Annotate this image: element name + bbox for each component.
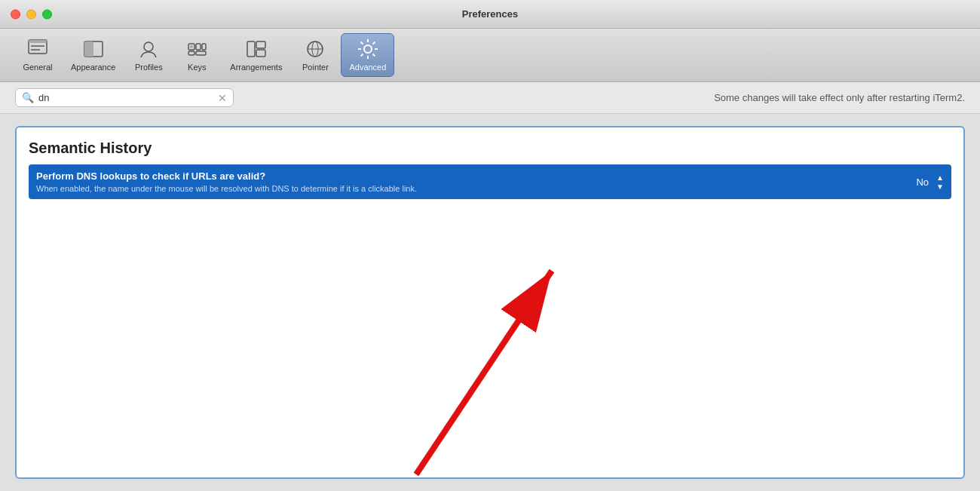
window-controls (11, 9, 52, 19)
search-icon: 🔍 (22, 92, 34, 103)
svg-point-7 (144, 42, 153, 51)
tab-general[interactable]: General (15, 34, 60, 76)
tab-pointer[interactable]: Pointer (292, 34, 338, 76)
pref-row[interactable]: Perform DNS lookups to check if URLs are… (29, 164, 951, 199)
svg-rect-10 (196, 44, 201, 50)
pointer-icon (303, 37, 327, 61)
search-bar: 🔍 ✕ Some changes will take effect only a… (0, 82, 980, 114)
svg-rect-15 (256, 41, 265, 48)
svg-line-30 (416, 271, 552, 474)
search-box[interactable]: 🔍 ✕ (15, 88, 234, 107)
pref-row-stepper[interactable]: ▲ ▼ (936, 173, 944, 191)
main-content: Semantic History Perform DNS lookups to … (0, 114, 980, 491)
pref-row-title: Perform DNS lookups to check if URLs are… (36, 170, 916, 182)
minimize-button[interactable] (26, 9, 36, 19)
tab-pointer-label: Pointer (302, 63, 329, 72)
svg-rect-1 (29, 40, 47, 43)
toolbar: General Appearance Profiles (0, 29, 980, 82)
content-panel: Semantic History Perform DNS lookups to … (15, 126, 965, 479)
profiles-icon (136, 37, 161, 61)
search-input[interactable] (38, 92, 213, 103)
tab-keys-label: Keys (188, 63, 206, 72)
window-title: Preferences (462, 8, 518, 20)
pref-row-value: No (916, 176, 929, 188)
search-hint: Some changes will take effect only after… (714, 92, 965, 103)
svg-rect-11 (202, 44, 206, 50)
svg-point-20 (364, 45, 372, 53)
tab-arrangements[interactable]: Arrangements (222, 34, 289, 76)
svg-rect-9 (188, 51, 194, 55)
tab-keys[interactable]: ⌘ Keys (174, 34, 219, 76)
title-bar: Preferences (0, 0, 980, 29)
tab-appearance[interactable]: Appearance (63, 34, 123, 76)
svg-text:⌘: ⌘ (190, 44, 193, 49)
tab-advanced[interactable]: Advanced (341, 33, 394, 77)
arrangements-icon (244, 37, 268, 61)
svg-rect-5 (84, 41, 93, 57)
tab-profiles-label: Profiles (135, 63, 163, 72)
tab-profiles[interactable]: Profiles (126, 34, 171, 76)
section-title: Semantic History (29, 140, 951, 157)
svg-rect-14 (247, 41, 255, 57)
svg-line-28 (360, 54, 363, 57)
tab-arrangements-label: Arrangements (230, 63, 282, 72)
maximize-button[interactable] (42, 9, 52, 19)
keys-icon: ⌘ (185, 37, 209, 61)
advanced-icon (356, 37, 380, 61)
search-clear-button[interactable]: ✕ (218, 93, 227, 103)
appearance-icon (81, 37, 106, 61)
svg-line-25 (360, 42, 363, 44)
svg-rect-6 (93, 41, 103, 57)
tab-advanced-label: Advanced (349, 63, 386, 72)
svg-rect-2 (31, 45, 44, 47)
svg-line-27 (372, 42, 375, 44)
close-button[interactable] (11, 9, 20, 19)
svg-rect-16 (256, 50, 265, 57)
svg-rect-3 (31, 49, 40, 51)
pref-row-left: Perform DNS lookups to check if URLs are… (36, 170, 916, 193)
tab-appearance-label: Appearance (71, 63, 115, 72)
pref-row-desc: When enabled, the name under the mouse w… (36, 184, 916, 193)
general-icon (26, 37, 50, 61)
svg-line-26 (372, 54, 375, 57)
tab-general-label: General (23, 63, 52, 72)
svg-rect-12 (196, 51, 206, 55)
